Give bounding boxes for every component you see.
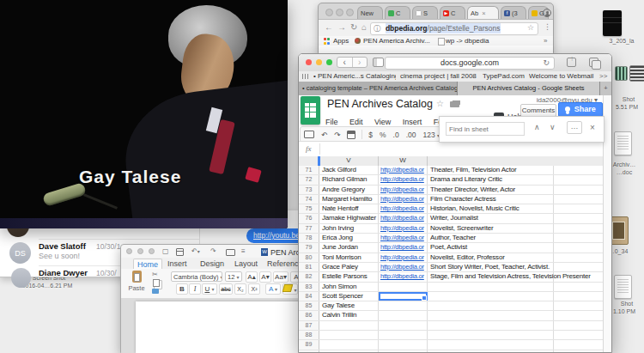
cell-description[interactable]: Writer, Journalist xyxy=(428,214,553,222)
cell-description[interactable]: Theater, Film, Television Actor xyxy=(428,166,553,174)
cell-name[interactable]: June Jordan xyxy=(319,243,379,252)
cell-description[interactable]: Film Character Actress xyxy=(428,195,553,204)
cell-empty[interactable] xyxy=(553,234,603,242)
cell-empty[interactable] xyxy=(553,292,603,301)
row-number[interactable]: 72 xyxy=(299,175,319,184)
cell-empty[interactable] xyxy=(553,195,603,204)
reload-icon[interactable]: ↻ xyxy=(350,22,357,32)
cell-link[interactable] xyxy=(379,283,428,291)
cell-empty[interactable] xyxy=(553,166,603,174)
apps-grid-icon[interactable] xyxy=(324,38,331,45)
row-number[interactable]: 85 xyxy=(299,301,319,310)
word-close-button[interactable] xyxy=(126,248,132,254)
print-icon[interactable] xyxy=(304,131,314,138)
cell-link[interactable]: http://dbpedia.or xyxy=(379,243,428,252)
safari-bookmark-1[interactable]: • PEN Americ...s Cataloging xyxy=(313,72,396,80)
row-number[interactable]: 80 xyxy=(299,253,319,262)
tab-insert[interactable]: Insert xyxy=(164,259,191,269)
strikethrough-button[interactable]: abc xyxy=(219,283,233,295)
bookmarks-overflow-icon[interactable]: » xyxy=(544,37,547,45)
safari-bookmarks-overflow[interactable]: >> xyxy=(599,72,607,80)
cell-name[interactable]: Calvin Trillin xyxy=(319,311,379,320)
safari-bookmark-2[interactable]: cinema project | fall 2008 xyxy=(400,72,479,80)
sidebar-icon[interactable] xyxy=(373,58,384,67)
cell-link[interactable] xyxy=(379,331,428,339)
bookmark-star-icon[interactable]: ☆ xyxy=(527,23,534,32)
doc-file-icon[interactable] xyxy=(614,131,632,155)
font-name-box[interactable]: Cambria (Body) ▾ xyxy=(171,271,222,282)
tab-overview-icon[interactable] xyxy=(589,58,598,67)
cell-name[interactable] xyxy=(319,321,379,330)
bookmarks-grid-icon[interactable] xyxy=(302,74,309,79)
cell-empty[interactable] xyxy=(553,321,603,330)
formula-bar[interactable]: fx xyxy=(299,141,605,158)
cell-description[interactable]: Author, Teacher xyxy=(428,234,553,242)
find-next-icon[interactable]: ∨ xyxy=(550,123,556,131)
cell-link[interactable]: http://dbpedia.or xyxy=(379,224,428,233)
folder-icon[interactable] xyxy=(450,101,459,107)
menu-edit[interactable]: Edit xyxy=(349,118,363,126)
cell-name[interactable]: Andre Gregory xyxy=(319,186,379,194)
bookmark-apps[interactable]: Apps xyxy=(333,37,349,45)
cell-link[interactable]: http://dbpedia.or xyxy=(379,263,428,271)
shrink-font-button[interactable]: A▾ xyxy=(259,271,271,283)
cell-description[interactable]: Poet, Activist xyxy=(428,243,553,252)
safari-bookmark-3[interactable]: TypePad.com xyxy=(483,72,526,80)
row-number[interactable]: 90 xyxy=(299,350,319,353)
column-header-w[interactable]: W xyxy=(379,156,428,166)
tab-close-icon[interactable]: × xyxy=(482,9,485,17)
cell-empty[interactable] xyxy=(553,331,603,339)
home-icon[interactable]: ⌂ xyxy=(361,22,367,32)
chrome-menu-icon[interactable]: ⋮ xyxy=(544,22,551,31)
cell-empty[interactable] xyxy=(553,175,603,184)
chrome-tab-youtube[interactable]: ▶ C xyxy=(440,6,465,19)
safari-forward-icon[interactable]: › xyxy=(353,58,368,67)
chrome-url-bar[interactable]: ⓘ dbpedia.org/page/Estelle_Parsons xyxy=(370,22,538,35)
bold-button[interactable]: B xyxy=(176,283,188,295)
print-icon[interactable] xyxy=(226,249,235,256)
undo-icon[interactable]: ↶▾ xyxy=(191,247,200,255)
cell-name[interactable]: Jack Gilford xyxy=(319,166,379,174)
highlighter-button[interactable]: ▾ xyxy=(283,283,298,295)
cell-description[interactable] xyxy=(428,340,553,349)
cell-description[interactable] xyxy=(428,283,553,291)
video-file-icon[interactable] xyxy=(603,10,622,36)
menu-insert[interactable]: Insert xyxy=(403,118,422,126)
cell-name[interactable]: Gay Talese xyxy=(319,301,379,310)
cell-name[interactable] xyxy=(319,350,379,353)
video-file-label[interactable]: 3_205_la xyxy=(599,38,644,44)
chrome-tab-dbpedia-active[interactable]: Ab × xyxy=(467,6,499,19)
screenshot1-label-line2[interactable]: 5.51 PM xyxy=(610,104,644,110)
row-number[interactable]: 88 xyxy=(299,331,319,339)
safari-close-button[interactable] xyxy=(306,59,312,65)
cell-empty[interactable] xyxy=(553,186,603,194)
cell-description[interactable] xyxy=(428,321,553,330)
redo-icon[interactable]: ↷ xyxy=(334,131,340,139)
paste-button[interactable]: Paste xyxy=(125,271,148,296)
row-number[interactable]: 73 xyxy=(299,186,319,194)
small-app-icon[interactable] xyxy=(615,66,628,81)
cell-link[interactable]: http://dbpedia.or xyxy=(379,166,428,174)
increase-decimal-button[interactable]: .00 xyxy=(406,131,416,139)
cell-link[interactable]: http://dbpedia.or xyxy=(379,234,428,242)
forward-icon[interactable]: → xyxy=(337,22,346,32)
cell-description[interactable] xyxy=(428,331,553,339)
cell-empty[interactable] xyxy=(553,311,603,320)
cell-link[interactable] xyxy=(379,311,428,320)
screenshot2-file-icon[interactable] xyxy=(614,275,632,299)
cell-name[interactable]: Margaret Hamilto xyxy=(319,195,379,204)
fill-handle[interactable] xyxy=(422,295,427,301)
number-format-button[interactable]: 123 ▾ xyxy=(422,131,440,139)
row-number[interactable]: 78 xyxy=(299,234,319,242)
info-icon[interactable]: ⓘ xyxy=(374,24,381,33)
percent-format-button[interactable]: % xyxy=(380,131,386,139)
cell-empty[interactable] xyxy=(553,204,603,213)
chrome-tab-facebook[interactable]: f (3 xyxy=(501,6,526,19)
chrome-tab-3[interactable]: S xyxy=(412,6,438,19)
safari-minimize-button[interactable] xyxy=(316,59,322,65)
undo-icon[interactable]: ↶ xyxy=(321,131,327,139)
row-number[interactable]: 75 xyxy=(299,204,319,213)
cell-description[interactable] xyxy=(428,311,553,320)
text-effects-button[interactable]: A ▾ xyxy=(265,283,281,295)
cell-name[interactable]: Estelle Parsons xyxy=(319,272,379,281)
